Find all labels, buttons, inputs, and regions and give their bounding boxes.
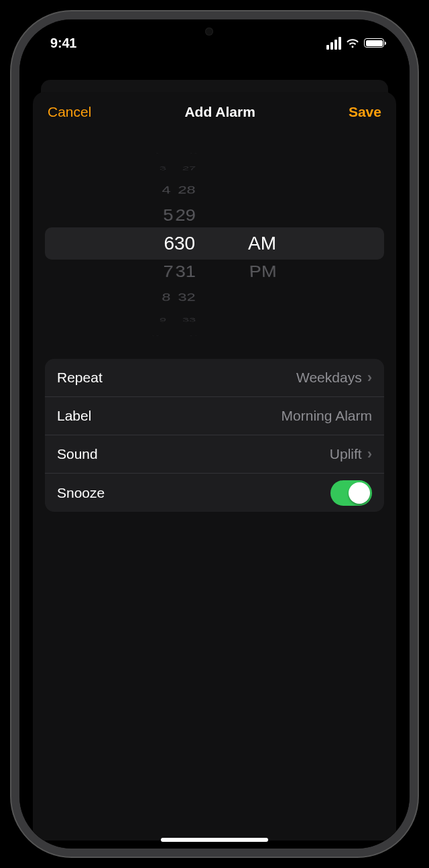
chevron-right-icon: › bbox=[367, 445, 372, 463]
status-time: 9:41 bbox=[50, 36, 76, 51]
minute-option[interactable]: 34 bbox=[188, 335, 233, 337]
minute-option[interactable]: 28 bbox=[177, 181, 245, 199]
period-option[interactable]: PM bbox=[249, 258, 328, 284]
hour-option[interactable]: 5 bbox=[101, 203, 174, 228]
snooze-row: Snooze bbox=[45, 474, 384, 512]
sound-row[interactable]: Sound Uplift › bbox=[45, 435, 384, 474]
home-indicator[interactable] bbox=[161, 838, 268, 842]
repeat-value: Weekdays bbox=[296, 370, 362, 386]
hour-option[interactable]: 7 bbox=[101, 258, 174, 284]
minute-selected[interactable]: 30 bbox=[174, 229, 248, 258]
cellular-signal-icon bbox=[326, 37, 341, 50]
minute-option[interactable]: 31 bbox=[175, 258, 247, 284]
minute-option[interactable]: 33 bbox=[182, 315, 241, 325]
chevron-right-icon: › bbox=[367, 369, 372, 386]
notch bbox=[154, 19, 275, 41]
sound-value: Uplift bbox=[330, 446, 362, 462]
snooze-toggle[interactable] bbox=[330, 480, 372, 506]
label-label: Label bbox=[57, 408, 91, 424]
save-button[interactable]: Save bbox=[349, 104, 381, 120]
hour-option[interactable]: 8 bbox=[103, 288, 171, 306]
minute-option[interactable]: 32 bbox=[177, 288, 245, 306]
cancel-button[interactable]: Cancel bbox=[48, 104, 91, 120]
page-title: Add Alarm bbox=[184, 104, 255, 120]
minute-option[interactable]: 26 bbox=[188, 152, 233, 154]
time-picker[interactable]: 2 3 4 5 6 7 8 9 10 26 27 28 29 bbox=[45, 142, 384, 349]
period-selected[interactable]: AM bbox=[248, 229, 328, 258]
snooze-label: Snooze bbox=[57, 485, 105, 501]
front-camera-icon bbox=[205, 28, 213, 36]
hour-option[interactable]: 10 bbox=[115, 335, 160, 337]
battery-icon bbox=[364, 38, 384, 48]
label-value: Morning Alarm bbox=[282, 408, 372, 424]
minute-option[interactable]: 29 bbox=[175, 203, 247, 228]
screen: 9:41 Cancel Add Alarm Save bbox=[19, 19, 410, 849]
alarm-settings-group: Repeat Weekdays › Label Morning Alarm So… bbox=[45, 359, 384, 512]
add-alarm-sheet: Cancel Add Alarm Save 2 3 4 5 6 7 8 9 bbox=[33, 92, 396, 840]
sound-label: Sound bbox=[57, 446, 98, 462]
minute-wheel[interactable]: 26 27 28 29 30 31 32 33 34 bbox=[174, 142, 248, 349]
wifi-icon bbox=[346, 38, 359, 48]
minute-option[interactable]: 27 bbox=[182, 164, 241, 173]
iphone-device-frame: 9:41 Cancel Add Alarm Save bbox=[11, 11, 418, 857]
period-wheel[interactable]: AM PM bbox=[248, 142, 328, 349]
toggle-knob bbox=[349, 482, 370, 504]
repeat-label: Repeat bbox=[57, 370, 103, 386]
hour-option[interactable]: 9 bbox=[108, 315, 167, 325]
label-row[interactable]: Label Morning Alarm bbox=[45, 397, 384, 435]
hour-option[interactable]: 2 bbox=[115, 152, 160, 154]
status-right bbox=[326, 37, 384, 50]
hour-selected[interactable]: 6 bbox=[101, 229, 174, 258]
hour-wheel[interactable]: 2 3 4 5 6 7 8 9 10 bbox=[101, 142, 174, 349]
hour-option[interactable]: 3 bbox=[108, 164, 167, 173]
repeat-row[interactable]: Repeat Weekdays › bbox=[45, 359, 384, 397]
nav-bar: Cancel Add Alarm Save bbox=[33, 92, 396, 132]
hour-option[interactable]: 4 bbox=[103, 181, 171, 199]
